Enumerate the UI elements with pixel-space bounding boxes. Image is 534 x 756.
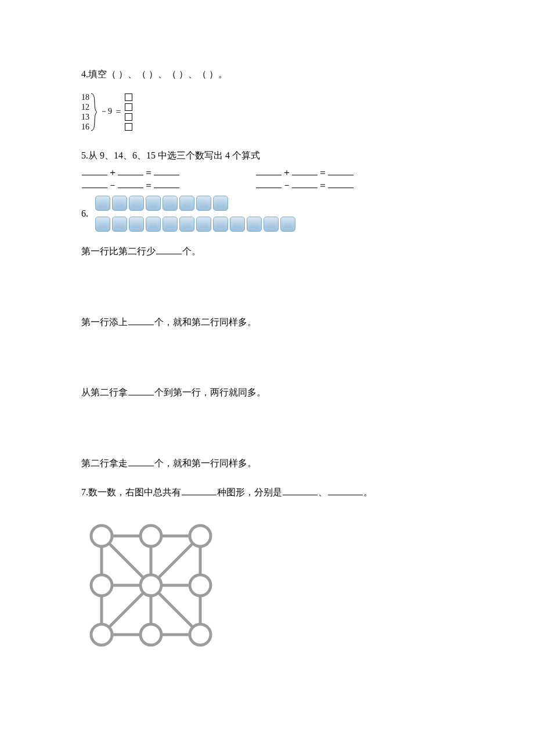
fill-blank[interactable] xyxy=(128,458,154,466)
cube-icon xyxy=(129,196,144,211)
q5-label: 5.从 9、14、6、15 中选三个数写出 4 个算式 xyxy=(81,148,453,163)
cube-icon xyxy=(112,196,127,211)
cube-icon xyxy=(146,217,161,232)
fill-blank[interactable] xyxy=(256,179,282,188)
cube-icon xyxy=(95,217,110,232)
cube-icon xyxy=(129,217,144,232)
cube-icon xyxy=(264,217,279,232)
svg-point-7 xyxy=(190,525,211,546)
fill-blank[interactable] xyxy=(328,179,353,188)
fill-blank[interactable] xyxy=(82,179,107,188)
q4-answer-boxes xyxy=(125,92,132,132)
cube-icon xyxy=(230,217,245,232)
cube-icon xyxy=(280,217,295,232)
q4-label: 4.填空（ ）、（ ）、（ ）、（ ）。 xyxy=(81,67,453,82)
q6-line3: 从第二行拿个到第一行，两行就同多。 xyxy=(81,385,453,400)
cube-icon xyxy=(163,217,178,232)
fill-blank[interactable] xyxy=(328,487,363,495)
fill-blank[interactable] xyxy=(256,167,282,175)
q4-numbers: 18 12 13 16 xyxy=(81,92,89,132)
svg-point-9 xyxy=(140,575,161,596)
cube-row-2 xyxy=(95,217,297,232)
answer-box[interactable] xyxy=(125,103,132,111)
cube-row-1 xyxy=(95,196,297,211)
q4-op: －9 ＝ xyxy=(98,105,125,118)
shapes-graph-icon xyxy=(81,516,221,655)
q4-n3: 13 xyxy=(81,112,89,122)
q4-n1: 18 xyxy=(81,92,89,102)
q4-n4: 16 xyxy=(81,122,89,132)
cube-icon xyxy=(95,196,110,211)
svg-point-11 xyxy=(91,624,112,645)
cube-icon xyxy=(247,217,262,232)
fill-blank[interactable] xyxy=(128,387,154,395)
answer-box[interactable] xyxy=(125,93,132,101)
q6-line1: 第一行比第二行少个。 xyxy=(81,244,453,259)
cube-icon xyxy=(196,196,211,211)
fill-blank[interactable] xyxy=(292,167,317,175)
q7-text: 7.数一数，右图中总共有种图形，分别是、。 xyxy=(81,485,453,500)
fill-blank[interactable] xyxy=(283,487,317,495)
svg-point-12 xyxy=(140,624,161,645)
q4-figure: 18 12 13 16 －9 ＝ xyxy=(81,92,453,132)
cube-icon xyxy=(179,217,194,232)
worksheet-page: 4.填空（ ）、（ ）、（ ）、（ ）。 18 12 13 16 －9 ＝ 5.… xyxy=(0,0,534,756)
fill-blank[interactable] xyxy=(156,246,182,254)
fill-blank[interactable] xyxy=(154,179,179,188)
fill-blank[interactable] xyxy=(292,179,317,188)
cube-icon xyxy=(179,196,194,211)
svg-point-8 xyxy=(91,575,112,596)
answer-box[interactable] xyxy=(125,123,132,131)
fill-blank[interactable] xyxy=(118,179,143,188)
q6-line4: 第二行拿走个，就和第一行同样多。 xyxy=(81,456,453,471)
cube-icon xyxy=(112,217,127,232)
brace-icon xyxy=(91,92,98,132)
cube-icon xyxy=(196,217,211,232)
cube-icon xyxy=(146,196,161,211)
svg-point-5 xyxy=(91,525,112,546)
fill-blank[interactable] xyxy=(328,167,353,175)
q6-figure: 6. xyxy=(81,193,453,235)
svg-point-10 xyxy=(190,575,211,596)
svg-point-6 xyxy=(140,525,161,546)
q5-equations: ＋＝ ＋＝ －＝ －＝ xyxy=(81,166,453,192)
q6-number: 6. xyxy=(81,206,88,221)
q6-line2: 第一行添上个，就和第二行同样多。 xyxy=(81,315,453,330)
fill-blank[interactable] xyxy=(82,167,107,175)
cube-icon xyxy=(163,196,178,211)
cube-icon xyxy=(213,196,228,211)
svg-point-13 xyxy=(190,624,211,645)
cube-icon xyxy=(213,217,228,232)
q4-n2: 12 xyxy=(81,102,89,112)
fill-blank[interactable] xyxy=(154,167,179,175)
answer-box[interactable] xyxy=(125,113,132,121)
fill-blank[interactable] xyxy=(118,167,143,175)
fill-blank[interactable] xyxy=(182,487,217,495)
q7-figure xyxy=(81,516,453,660)
fill-blank[interactable] xyxy=(128,316,154,325)
